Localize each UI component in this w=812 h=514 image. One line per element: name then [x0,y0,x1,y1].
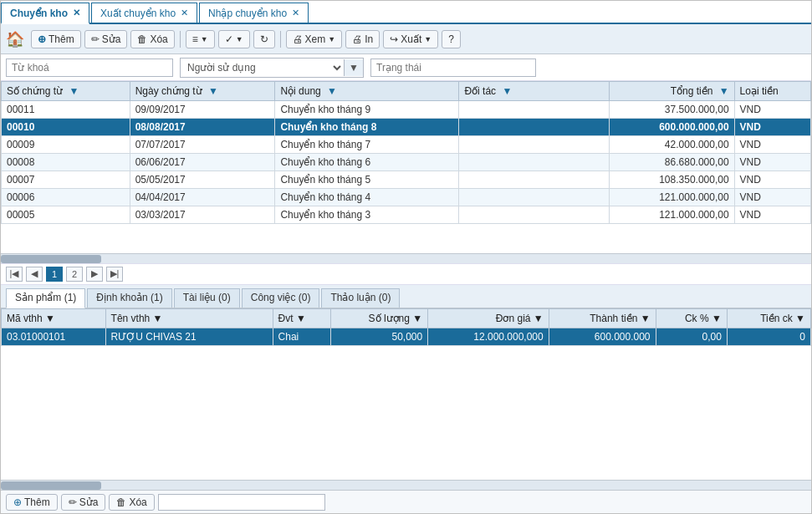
menu-icon: ≡ [192,33,198,45]
filter-icon[interactable]: ▼ [719,85,729,97]
detail-hscroll-thumb[interactable] [1,481,101,490]
cell-doi-tac [459,189,610,206]
status-input[interactable] [370,59,536,77]
dropdown-arrow: ▼ [328,35,335,43]
keyword-input[interactable] [6,59,173,77]
add-button[interactable]: ⊕ Thêm [31,30,81,48]
bottom-delete-button[interactable]: 🗑 Xóa [109,494,154,511]
dropdown-arrow: ▼ [236,35,243,43]
main-table-scroll[interactable]: Số chứng từ ▼ Ngày chứng từ ▼ Nội dung ▼… [1,81,811,253]
close-icon[interactable]: ✕ [73,8,80,18]
tab-label: Nhập chuyển kho [208,8,287,19]
trash-icon: 🗑 [137,33,147,45]
detail-hscrollbar[interactable] [1,480,811,490]
user-select[interactable]: Người sử dụng [181,59,344,77]
col-loai-tien: Loại tiền [734,82,810,101]
bottom-add-button[interactable]: ⊕ Thêm [6,494,58,511]
close-icon[interactable]: ✕ [292,8,299,18]
edit-button[interactable]: ✏ Sửa [84,30,128,48]
cell-doi-tac [459,206,610,224]
tab-xuat-chuyen-kho[interactable]: Xuất chuyển kho ✕ [91,3,197,23]
filter-icon[interactable]: ▼ [327,85,337,97]
view-button[interactable]: 🖨 Xem ▼ [286,30,343,48]
main-container: Chuyển kho ✕ Xuất chuyển kho ✕ Nhập chuy… [0,0,812,514]
tab-nhap-chuyen-kho[interactable]: Nhập chuyển kho ✕ [199,3,309,23]
export-button[interactable]: ↪ Xuất ▼ [383,30,438,48]
filter-icon[interactable]: ▼ [153,313,163,324]
cell-loai-tien: VND [734,171,810,189]
filter-icon[interactable]: ▼ [641,313,651,324]
filter-icon[interactable]: ▼ [412,313,422,324]
filter-icon[interactable]: ▼ [712,313,722,324]
filter-icon[interactable]: ▼ [502,85,512,97]
bottom-toolbar: ⊕ Thêm ✏ Sửa 🗑 Xóa [1,490,811,513]
print-button[interactable]: 🖨 In [345,30,380,48]
table-row[interactable]: 00007 05/05/2017 Chuyển kho tháng 5 108.… [2,171,811,189]
top-tabs: Chuyển kho ✕ Xuất chuyển kho ✕ Nhập chuy… [1,1,811,24]
cell-noi-dung: Chuyển kho tháng 8 [275,119,459,136]
menu-button[interactable]: ≡ ▼ [186,30,215,48]
bottom-search-input[interactable] [158,494,325,511]
col-tien-ck: Tiền ck ▼ [727,308,810,328]
col-tong-tien: Tổng tiền ▼ [610,82,734,101]
cell-loai-tien: VND [734,136,810,154]
first-page-button[interactable]: |◀ [6,267,23,282]
select-arrow-icon[interactable]: ▼ [344,59,363,76]
main-hscroll-thumb[interactable] [1,255,101,263]
pencil-icon: ✏ [69,496,77,508]
col-ten-vthh: Tên vthh ▼ [105,308,273,328]
help-button[interactable]: ? [442,30,461,48]
plus-icon: ⊕ [38,33,46,45]
table-row[interactable]: 00011 09/09/2017 Chuyển kho tháng 9 37.5… [2,101,811,119]
next-page-button[interactable]: ▶ [86,267,103,282]
cell-doi-tac [459,154,610,171]
filter-icon[interactable]: ▼ [45,313,55,324]
page-1-button[interactable]: 1 [46,267,63,282]
main-table-body: 00011 09/09/2017 Chuyển kho tháng 9 37.5… [2,101,811,224]
main-hscrollbar[interactable] [1,253,811,263]
table-row[interactable]: 00005 03/03/2017 Chuyển kho tháng 3 121.… [2,206,811,224]
cell-noi-dung: Chuyển kho tháng 9 [275,101,459,119]
table-row[interactable]: 00008 06/06/2017 Chuyển kho tháng 6 86.6… [2,154,811,171]
cell-noi-dung: Chuyển kho tháng 6 [275,154,459,171]
detail-table: Mã vthh ▼ Tên vthh ▼ Đvt ▼ Số lượng ▼ Đơ… [1,308,811,346]
cell-loai-tien: VND [734,101,810,119]
refresh-button[interactable]: ↻ [253,30,275,48]
detail-tab-cong-viec[interactable]: Công việc (0) [242,288,320,308]
page-2-button[interactable]: 2 [66,267,83,282]
detail-table-scroll[interactable]: Mã vthh ▼ Tên vthh ▼ Đvt ▼ Số lượng ▼ Đơ… [1,308,811,481]
table-row[interactable]: 00009 07/07/2017 Chuyển kho tháng 7 42.0… [2,136,811,154]
cell-ck-pct: 0,00 [656,328,727,345]
delete-button[interactable]: 🗑 Xóa [130,30,174,48]
detail-tab-tai-lieu[interactable]: Tài liệu (0) [174,288,240,308]
cell-tong-tien: 121.000.000,00 [610,206,734,224]
table-row[interactable]: 03.01000101 RƯỢU CHIVAS 21 Chai 50,000 1… [2,328,811,345]
filter-icon[interactable]: ▼ [296,313,306,324]
dropdown-arrow: ▼ [201,35,208,43]
print-icon: 🖨 [352,33,362,45]
col-doi-tac: Đối tác ▼ [459,82,610,101]
separator [280,31,281,48]
close-icon[interactable]: ✕ [181,8,188,18]
tab-chuyen-kho[interactable]: Chuyển kho ✕ [1,3,89,24]
table-row[interactable]: 00006 04/04/2017 Chuyển kho tháng 4 121.… [2,189,811,206]
filter-row: Người sử dụng ▼ [1,54,811,81]
filter-icon[interactable]: ▼ [208,85,218,97]
bottom-edit-button[interactable]: ✏ Sửa [61,494,106,511]
col-so-luong: Số lượng ▼ [330,308,427,328]
cell-tong-tien: 121.000.000,00 [610,189,734,206]
detail-tab-thao-luan[interactable]: Thảo luận (0) [321,288,400,308]
detail-tab-san-pham[interactable]: Sản phẩm (1) [6,288,85,308]
tab-label: Chuyển kho [10,8,68,19]
table-row[interactable]: 00010 08/08/2017 Chuyển kho tháng 8 600.… [2,119,811,136]
detail-tab-dinh-khoan[interactable]: Định khoản (1) [87,288,171,308]
cell-doi-tac [459,171,610,189]
cell-ngay-ct: 03/03/2017 [130,206,275,224]
check-button[interactable]: ✓ ▼ [218,30,250,48]
filter-icon[interactable]: ▼ [69,85,79,97]
prev-page-button[interactable]: ◀ [26,267,43,282]
help-icon: ? [448,33,454,45]
last-page-button[interactable]: ▶| [106,267,123,282]
filter-icon[interactable]: ▼ [795,313,805,324]
filter-icon[interactable]: ▼ [534,313,544,324]
